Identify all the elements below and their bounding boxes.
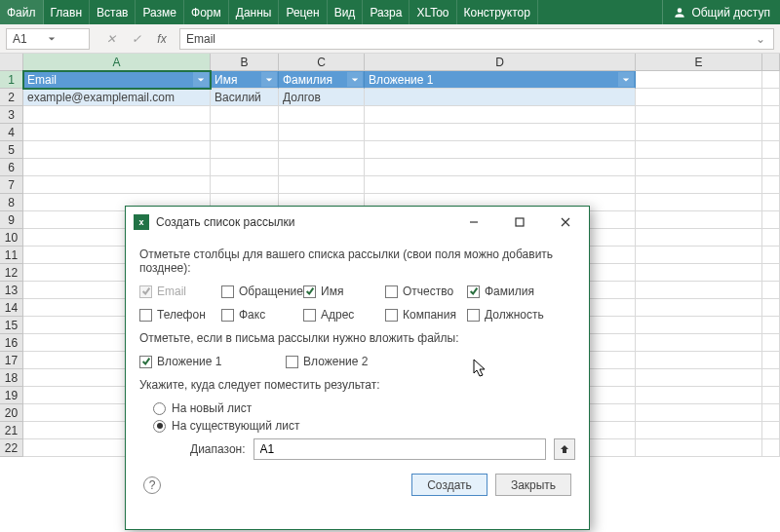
- checkbox-greeting[interactable]: Обращение: [221, 285, 303, 298]
- cell[interactable]: [365, 89, 636, 106]
- row-header[interactable]: 7: [0, 176, 23, 194]
- row-header[interactable]: 15: [0, 317, 23, 334]
- cell[interactable]: [762, 124, 780, 141]
- cell[interactable]: [211, 124, 279, 141]
- row-header[interactable]: 19: [0, 387, 23, 404]
- maximize-button[interactable]: [500, 209, 539, 236]
- row-header[interactable]: 22: [0, 439, 23, 457]
- cell[interactable]: [279, 159, 365, 176]
- range-input[interactable]: [254, 438, 546, 460]
- col-header[interactable]: [762, 54, 780, 71]
- cell[interactable]: [762, 71, 780, 89]
- cell[interactable]: [636, 264, 762, 282]
- cell[interactable]: [762, 211, 780, 229]
- cell[interactable]: [211, 159, 279, 176]
- col-header[interactable]: C: [279, 54, 365, 71]
- checkbox-middlename[interactable]: Отчество: [385, 285, 467, 298]
- row-header[interactable]: 16: [0, 334, 23, 352]
- cell[interactable]: [636, 299, 762, 317]
- fx-icon[interactable]: fx: [150, 28, 174, 50]
- cell[interactable]: Долгов: [279, 89, 365, 106]
- checkbox-phone[interactable]: Телефон: [139, 308, 221, 322]
- row-header[interactable]: 6: [0, 159, 23, 176]
- cell[interactable]: [762, 439, 780, 457]
- cell[interactable]: [762, 264, 780, 282]
- minimize-button[interactable]: [454, 209, 493, 236]
- checkbox-position[interactable]: Должность: [467, 308, 549, 322]
- cell[interactable]: [762, 387, 780, 404]
- row-header[interactable]: 2: [0, 89, 23, 106]
- cell[interactable]: [762, 141, 780, 159]
- cell[interactable]: [762, 299, 780, 317]
- tab-review[interactable]: Рецен: [279, 0, 327, 24]
- cell[interactable]: [636, 404, 762, 422]
- expand-formula-icon[interactable]: ⌄: [754, 32, 767, 46]
- cell[interactable]: [762, 159, 780, 176]
- cell[interactable]: [636, 439, 762, 457]
- checkbox-fax[interactable]: Факс: [221, 308, 303, 322]
- tab-layout[interactable]: Разме: [136, 0, 184, 24]
- tab-data[interactable]: Данны: [229, 0, 280, 24]
- cell[interactable]: [23, 141, 211, 159]
- cell[interactable]: [636, 71, 762, 89]
- select-all-corner[interactable]: [0, 54, 23, 71]
- col-header[interactable]: D: [365, 54, 636, 71]
- tab-design[interactable]: Конструктор: [457, 0, 538, 24]
- cell[interactable]: [636, 159, 762, 176]
- cell[interactable]: [762, 369, 780, 387]
- row-header[interactable]: 13: [0, 282, 23, 299]
- cell[interactable]: [636, 369, 762, 387]
- cell[interactable]: [636, 141, 762, 159]
- formula-bar[interactable]: Email ⌄: [179, 28, 774, 50]
- row-header[interactable]: 17: [0, 352, 23, 369]
- col-header[interactable]: A: [23, 54, 211, 71]
- cell[interactable]: [211, 176, 279, 194]
- filter-dropdown-icon[interactable]: [193, 72, 209, 87]
- dialog-titlebar[interactable]: x Создать список рассылки: [126, 207, 589, 238]
- cell[interactable]: Василий: [211, 89, 279, 106]
- tab-home[interactable]: Главн: [44, 0, 91, 24]
- help-button[interactable]: ?: [143, 476, 161, 494]
- filter-dropdown-icon[interactable]: [347, 72, 363, 87]
- cell[interactable]: [762, 229, 780, 247]
- name-box[interactable]: A1: [6, 28, 90, 50]
- cell[interactable]: Вложение 1: [365, 71, 636, 89]
- cell[interactable]: [762, 422, 780, 439]
- cell[interactable]: [762, 334, 780, 352]
- checkbox-firstname[interactable]: Имя: [303, 285, 385, 298]
- cell[interactable]: [636, 247, 762, 264]
- row-header[interactable]: 20: [0, 404, 23, 422]
- range-picker-button[interactable]: [554, 438, 575, 460]
- cell[interactable]: [636, 229, 762, 247]
- cell[interactable]: [762, 106, 780, 124]
- row-header[interactable]: 10: [0, 229, 23, 247]
- radio-new-sheet[interactable]: На новый лист: [153, 401, 575, 415]
- cell[interactable]: [636, 211, 762, 229]
- create-button[interactable]: Создать: [411, 474, 488, 496]
- cell[interactable]: [279, 124, 365, 141]
- cell[interactable]: [211, 106, 279, 124]
- cell[interactable]: [636, 422, 762, 439]
- cell[interactable]: example@examplemail.com: [23, 89, 211, 106]
- checkbox-attachment2[interactable]: Вложение 2: [286, 355, 432, 368]
- checkbox-company[interactable]: Компания: [385, 308, 467, 322]
- cell[interactable]: [365, 106, 636, 124]
- checkbox-address[interactable]: Адрес: [303, 308, 385, 322]
- checkbox-attachment1[interactable]: Вложение 1: [139, 355, 286, 368]
- cell[interactable]: Email: [23, 71, 211, 89]
- tab-developer[interactable]: Разра: [363, 0, 410, 24]
- cell[interactable]: [762, 317, 780, 334]
- checkbox-lastname[interactable]: Фамилия: [467, 285, 549, 298]
- cell[interactable]: [762, 282, 780, 299]
- tab-view[interactable]: Вид: [328, 0, 364, 24]
- cell[interactable]: [762, 352, 780, 369]
- row-header[interactable]: 11: [0, 247, 23, 264]
- cell[interactable]: [762, 194, 780, 211]
- cell[interactable]: [23, 124, 211, 141]
- row-header[interactable]: 18: [0, 369, 23, 387]
- cell[interactable]: [636, 352, 762, 369]
- radio-existing-sheet[interactable]: На существующий лист: [153, 419, 575, 433]
- cell[interactable]: [762, 176, 780, 194]
- share-button[interactable]: Общий доступ: [662, 0, 780, 24]
- cell[interactable]: [636, 282, 762, 299]
